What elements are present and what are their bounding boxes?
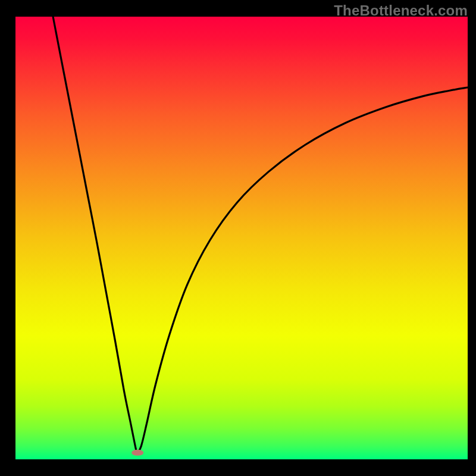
watermark-label: TheBottleneck.com — [334, 2, 468, 19]
bottleneck-chart — [0, 0, 476, 476]
bottleneck-marker — [131, 450, 143, 456]
plot-area — [15, 17, 468, 459]
chart-frame: TheBottleneck.com — [0, 0, 476, 476]
